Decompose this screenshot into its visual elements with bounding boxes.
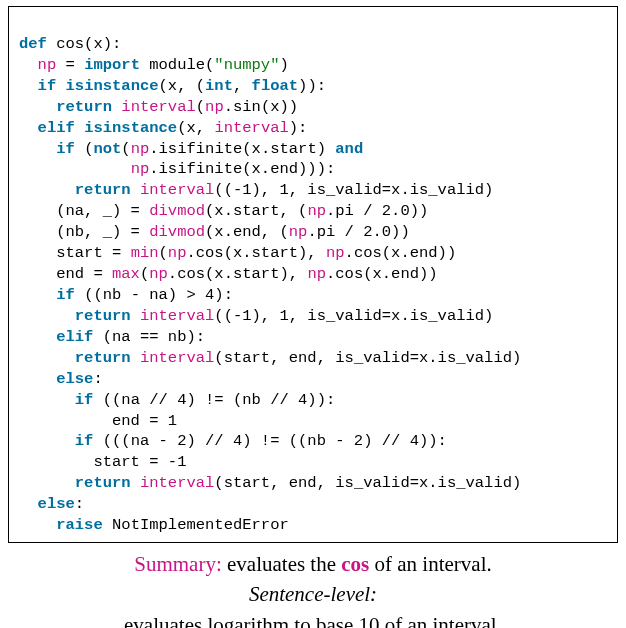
code-block: def cos(x): np = import module("numpy") … [8, 6, 618, 543]
summary-label: Summary: [134, 552, 222, 576]
sentence-level-label: Sentence-level: [10, 579, 616, 609]
code-line: return interval(start, end, is_valid=x.i… [19, 349, 521, 367]
summary-line: Summary: evaluates the cos of an interva… [10, 549, 616, 579]
code-line: end = max(np.cos(x.start), np.cos(x.end)… [19, 265, 438, 283]
code-line: raise NotImplementedError [19, 516, 289, 534]
sentence-level-text: evaluates logarithm to base 10 of an int… [10, 610, 616, 628]
code-line: if (not(np.isifinite(x.start) and [19, 140, 363, 158]
code-line: elif isinstance(x, interval): [19, 119, 307, 137]
code-line: start = -1 [19, 453, 186, 471]
code-line: if (((na - 2) // 4) != ((nb - 2) // 4)): [19, 432, 447, 450]
code-line: return interval((-1), 1, is_valid=x.is_v… [19, 181, 493, 199]
caption-block: Summary: evaluates the cos of an interva… [10, 549, 616, 628]
code-line: return interval(np.sin(x)) [19, 98, 298, 116]
summary-text-post: of an interval. [369, 552, 491, 576]
code-line: return interval(start, end, is_valid=x.i… [19, 474, 521, 492]
code-line: if isinstance(x, (int, float)): [19, 77, 326, 95]
code-line: def cos(x): [19, 35, 121, 53]
code-line: if ((na // 4) != (nb // 4)): [19, 391, 335, 409]
code-line: end = 1 [19, 412, 177, 430]
summary-text-pre: evaluates the [222, 552, 342, 576]
code-line: else: [19, 495, 84, 513]
code-line: (na, _) = divmod(x.start, (np.pi / 2.0)) [19, 202, 428, 220]
code-line: start = min(np.cos(x.start), np.cos(x.en… [19, 244, 456, 262]
code-line: if ((nb - na) > 4): [19, 286, 233, 304]
code-line: elif (na == nb): [19, 328, 205, 346]
summary-cos: cos [341, 552, 369, 576]
code-line: np.isifinite(x.end))): [19, 160, 335, 178]
code-line: return interval((-1), 1, is_valid=x.is_v… [19, 307, 493, 325]
code-line: np = import module("numpy") [19, 56, 289, 74]
code-line: else: [19, 370, 103, 388]
code-line: (nb, _) = divmod(x.end, (np.pi / 2.0)) [19, 223, 410, 241]
